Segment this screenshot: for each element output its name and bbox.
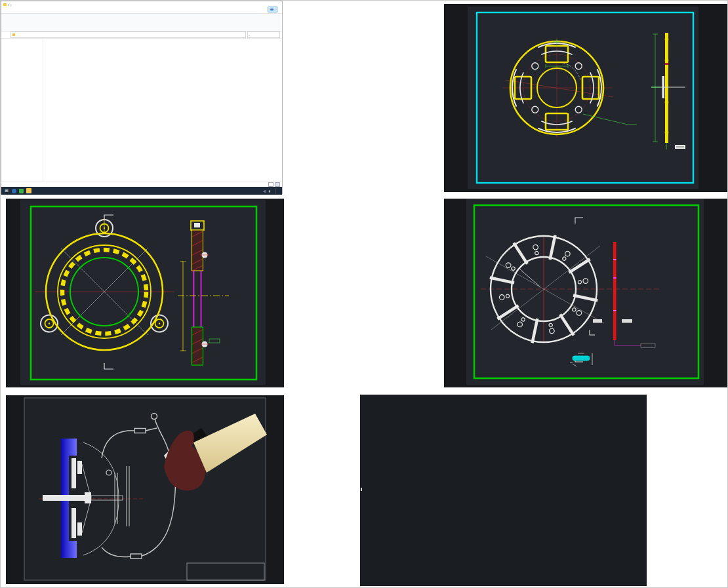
- explorer-main: [1, 39, 282, 182]
- clutch-schematic-drawing: [6, 395, 284, 584]
- cloud-icon: [270, 9, 273, 11]
- system-tray: ◂)) ▮: [259, 188, 282, 194]
- file-explorer-window: ▾ ❘ ⌕: [1, 1, 283, 194]
- title-bar[interactable]: ▾ ❘: [1, 1, 282, 8]
- cad-panel-clutch-schematic: [6, 395, 284, 584]
- windows-taskbar: ⊞ ◂)) ▮: [1, 187, 282, 195]
- stray-mark: [361, 488, 362, 491]
- blank-dark-panel: [360, 395, 647, 586]
- sign-in-button[interactable]: [268, 7, 277, 12]
- dim-label-box: [593, 319, 602, 323]
- sheet: [20, 200, 266, 385]
- ribbon-tabs: [1, 8, 282, 14]
- folder-icon: [12, 33, 15, 36]
- status-bar: [1, 182, 282, 187]
- cad-panel-pressure-plate: [444, 4, 728, 192]
- volume-icon[interactable]: ◂)): [263, 189, 266, 193]
- search-input[interactable]: [250, 33, 276, 37]
- address-bar: ⌕: [1, 31, 282, 39]
- explorer-taskbar-icon[interactable]: [26, 188, 31, 193]
- folder-app-icon: [3, 3, 7, 6]
- navigation-pane: [1, 39, 43, 182]
- quick-access-toolbar[interactable]: ▾ ❘: [8, 3, 12, 7]
- thumbnail-view-icon[interactable]: [275, 182, 280, 187]
- view-toggles: [268, 182, 280, 187]
- action-center-icon[interactable]: [275, 188, 281, 194]
- cad-panel-clutch-cover: [6, 199, 284, 387]
- app-taskbar-icon[interactable]: [19, 189, 24, 193]
- ribbon: [1, 14, 282, 31]
- file-pane: [43, 39, 282, 182]
- sheet: [24, 398, 266, 580]
- minimize-button[interactable]: [256, 2, 265, 8]
- list-view-icon[interactable]: [268, 182, 273, 187]
- network-icon[interactable]: ▮: [269, 189, 270, 193]
- clutch-cover-drawing: [6, 199, 284, 387]
- search-box[interactable]: ⌕: [247, 31, 280, 38]
- driven-disc-drawing: [444, 199, 728, 387]
- breadcrumb[interactable]: [10, 31, 246, 38]
- screenshot-canvas: ▾ ❘ ⌕: [0, 0, 728, 588]
- start-button[interactable]: ⊞: [4, 188, 9, 193]
- cad-panel-driven-disc: [444, 199, 728, 387]
- dim-label-box: [622, 319, 632, 323]
- pressure-plate-drawing: [444, 4, 728, 192]
- browser-taskbar-icon[interactable]: [12, 189, 16, 193]
